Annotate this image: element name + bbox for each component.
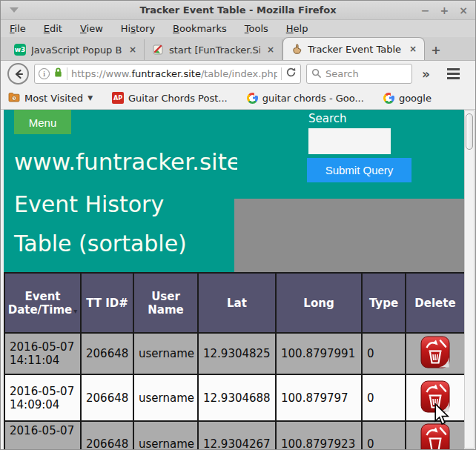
hamburger-menu-icon[interactable] [444,65,463,82]
cell-lat: 12.9304825 [198,333,276,374]
menu-file[interactable]: File [10,23,26,34]
page-heading-line1: Event History [14,191,164,217]
maximize-button[interactable]: + [440,5,449,16]
ap-icon: AP [112,92,124,104]
menu-history[interactable]: History [121,23,155,34]
overflow-chevron-icon[interactable]: » [417,67,433,82]
table-row: 2016-05-07 14:11:04 206648 username 12.9… [4,333,464,374]
title-bar: Tracker Event Table - Mozilla Firefox − … [1,1,475,20]
table-row: 2016-05-07 206648 username 12.9304267 10… [4,421,464,450]
cell-long: 100.8797991 [276,333,362,374]
cell-type: 0 [362,333,406,374]
divider [67,67,67,80]
bookmark-guitar-chords-post[interactable]: AP Guitar Chords Post... [112,92,228,104]
cell-datetime: 2016-05-07 14:11:04 [4,333,81,374]
bookmark-most-visited[interactable]: Most Visited ▼ [8,92,93,105]
bookmark-label: google [399,93,432,104]
cell-datetime: 2016-05-07 14:09:04 [4,374,81,421]
mouse-cursor [434,403,450,429]
firefox-window: Tracker Event Table - Mozilla Firefox − … [0,0,476,450]
col-header-tt-id[interactable]: TT ID# [81,273,133,333]
reload-icon[interactable] [285,67,297,81]
page-scrollbar[interactable] [464,110,475,449]
menu-bookmarks[interactable]: Bookmarks [173,23,227,34]
site-title: www.funtracker.site [14,148,237,175]
google-icon [247,93,258,104]
search-icon [311,67,321,81]
tab-label: JavaScript Popup B... [31,44,122,56]
page-search-input[interactable] [308,128,391,154]
cell-type: 0 [362,421,406,450]
map-placeholder [234,199,464,272]
tab-label: Tracker Event Table [308,44,403,55]
url-text[interactable]: https://www.funtracker.site/table/index.… [71,68,277,79]
col-header-event-datetime[interactable]: Event Date/Time▾ [4,273,81,333]
wiki-pencil-icon [152,44,164,56]
chevron-down-icon: ▼ [87,94,93,102]
browser-viewport: Menu www.funtracker.site Event History T… [1,110,475,450]
w3schools-icon: w3 [14,44,26,56]
tab-close-icon[interactable]: × [408,44,418,54]
cell-user: username [133,333,198,374]
col-header-user-name[interactable]: User Name [133,273,198,333]
tab-javascript-popup[interactable]: w3 JavaScript Popup B... × [7,39,145,60]
https-lock-icon[interactable] [53,67,63,81]
menu-help[interactable]: Help [286,23,308,34]
minimize-button[interactable]: − [421,5,430,16]
folder-icon [8,92,20,105]
cell-user: username [133,374,198,421]
cell-long: 100.879797 [276,374,362,421]
search-placeholder: Search [325,68,359,79]
url-bar[interactable]: i https://www.funtracker.site/table/inde… [34,64,301,84]
menu-edit[interactable]: Edit [44,23,62,34]
cell-long: 100.8797923 [276,421,362,450]
cell-lat: 12.9304267 [198,421,276,450]
col-header-type[interactable]: Type [362,273,406,333]
menu-tools[interactable]: Tools [245,23,268,34]
tab-close-icon[interactable]: × [128,44,138,55]
event-history-table: Event Date/Time▾ TT ID# User Name Lat Lo… [4,272,464,450]
pointing-hand-icon [291,43,303,55]
page-info-icon[interactable]: i [39,68,50,79]
close-button[interactable]: × [459,5,468,16]
menu-bar: File Edit View History Bookmarks Tools H… [1,20,475,37]
cell-tt-id: 206648 [81,421,133,450]
col-header-long[interactable]: Long [276,273,362,333]
tab-tracker-event-table[interactable]: Tracker Event Table × [282,37,425,60]
col-header-delete[interactable]: Delete [406,273,464,333]
bookmark-google[interactable]: google [383,93,432,104]
cell-datetime: 2016-05-07 [4,421,81,450]
delete-trash-icon[interactable] [420,336,450,368]
sort-indicator-icon: ▾ [73,307,77,315]
tab-bar: w3 JavaScript Popup B... × start [FunTra… [1,37,475,61]
page-search-label: Search [308,112,347,125]
table-header-row: Event Date/Time▾ TT ID# User Name Lat Lo… [4,273,464,333]
tab-close-icon[interactable]: × [265,44,276,55]
submit-query-button[interactable]: Submit Query [307,158,411,182]
col-header-lat[interactable]: Lat [198,273,276,333]
page-heading-line2: Table (sortable) [14,231,187,257]
menu-view[interactable]: View [80,23,103,34]
google-icon [383,93,394,104]
bookmark-label: Guitar Chords Post... [128,93,228,104]
divider [281,67,282,80]
bookmarks-toolbar: Most Visited ▼ AP Guitar Chords Post... … [1,87,475,110]
page-menu-button[interactable]: Menu [14,110,71,134]
bookmark-guitar-chords-google[interactable]: guitar chords - Goo... [247,93,364,104]
cell-tt-id: 206648 [81,374,133,421]
cell-type: 0 [362,374,406,421]
navigation-toolbar: i https://www.funtracker.site/table/inde… [1,61,475,87]
window-title: Tracker Event Table - Mozilla Firefox [1,4,475,16]
tab-label: start [FunTracker.Si... [169,44,260,56]
cell-tt-id: 206648 [81,333,133,374]
browser-search-field[interactable]: Search [306,64,412,84]
tab-funtracker-wiki[interactable]: start [FunTracker.Si... × [145,39,282,60]
bookmark-label: Most Visited [24,93,83,104]
back-button[interactable] [7,63,29,85]
scrollbar-thumb[interactable] [466,113,473,150]
table-row: 2016-05-07 14:09:04 206648 username 12.9… [4,374,464,421]
bookmark-label: guitar chords - Goo... [262,93,364,104]
cell-lat: 12.9304688 [198,374,276,421]
new-tab-button[interactable]: + [425,39,447,60]
cell-user: username [133,421,198,450]
